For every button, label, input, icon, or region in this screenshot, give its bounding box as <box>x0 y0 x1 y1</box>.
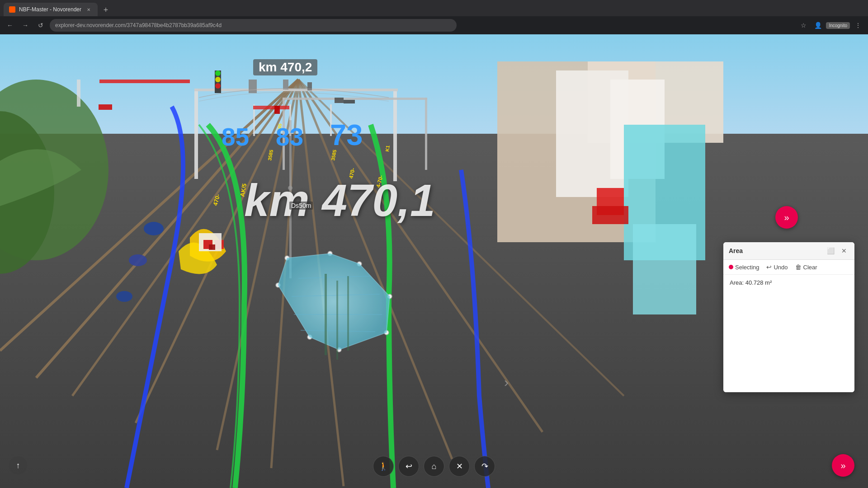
svg-rect-0 <box>0 34 868 134</box>
clear-icon: 🗑 <box>795 263 802 271</box>
svg-rect-70 <box>336 281 338 360</box>
bottom-toolbar: 🚶 ↩ ⌂ ✕ ↷ <box>373 456 495 477</box>
close-icon: ✕ <box>841 247 847 254</box>
svg-point-45 <box>215 70 221 76</box>
svg-rect-69 <box>325 274 327 355</box>
selecting-label: Selecting <box>735 264 759 271</box>
svg-rect-51 <box>253 106 289 109</box>
svg-rect-31 <box>393 91 397 181</box>
url-text: explorer-dev.novorender.com/3747a98478be… <box>55 22 222 28</box>
area-content: Area: 40.728 m² <box>723 275 854 392</box>
profile-button[interactable]: 👤 <box>811 19 824 32</box>
clear-label: Clear <box>803 264 817 271</box>
ds50m-label: Ds50m <box>289 202 313 210</box>
menu-button[interactable]: ⋮ <box>852 19 864 32</box>
area-panel-close-button[interactable]: ✕ <box>839 246 849 256</box>
svg-rect-78 <box>209 244 215 250</box>
bookmark-button[interactable]: ☆ <box>797 19 810 32</box>
svg-rect-48 <box>99 80 190 83</box>
clear-button[interactable]: 🗑 Clear <box>795 263 817 271</box>
forward-button[interactable]: → <box>19 19 32 32</box>
svg-rect-50 <box>99 104 112 110</box>
3d-viewport[interactable]: 470- AK/5 4-70- 470- K1 3585 3585 3585 <box>0 34 868 488</box>
home-icon: ⌂ <box>432 462 437 471</box>
ff-br-icon: » <box>840 460 845 471</box>
undo-icon: ↩ <box>766 263 772 271</box>
browser-tab-active[interactable]: NBF-Master - Novorender ✕ <box>4 3 98 16</box>
fast-forward-button-bottom-right[interactable]: » <box>832 454 854 477</box>
person-mode-button[interactable]: 🚶 <box>373 456 394 477</box>
svg-point-46 <box>215 77 221 82</box>
cancel-button[interactable]: ✕ <box>449 456 470 477</box>
area-panel-header: Area ⬜ ✕ <box>723 242 854 260</box>
svg-rect-40 <box>283 80 288 89</box>
redo-button[interactable]: ↷ <box>474 456 495 477</box>
maximize-icon: ⬜ <box>827 247 835 254</box>
cancel-icon: ✕ <box>456 461 463 471</box>
svg-rect-71 <box>347 276 349 351</box>
svg-rect-52 <box>274 106 280 114</box>
person-icon: 🚶 <box>378 461 388 471</box>
area-panel-maximize-button[interactable]: ⬜ <box>826 246 835 256</box>
tab-close-button[interactable]: ✕ <box>85 6 92 13</box>
svg-rect-39 <box>249 80 257 93</box>
area-panel-toolbar: Selecting ↩ Undo 🗑 Clear <box>723 260 854 275</box>
address-bar: ← → ↺ explorer-dev.novorender.com/3747a9… <box>0 16 868 34</box>
new-tab-button[interactable]: + <box>99 4 112 16</box>
browser-chrome: NBF-Master - Novorender ✕ + ← → ↺ explor… <box>0 0 868 34</box>
area-panel-title: Area <box>729 247 822 254</box>
undo-button[interactable]: ↩ Undo <box>766 263 788 271</box>
svg-point-73 <box>129 254 147 266</box>
track-number-85: 85 <box>222 122 249 151</box>
tab-title: NBF-Master - Novorender <box>19 6 81 13</box>
svg-text:K1: K1 <box>384 145 391 152</box>
svg-rect-43 <box>344 100 355 103</box>
selecting-button[interactable]: Selecting <box>729 264 759 271</box>
svg-text:›: › <box>504 375 509 389</box>
km-marker-top: km 470,2 <box>253 59 317 75</box>
svg-point-54 <box>288 186 292 190</box>
svg-rect-36 <box>283 98 427 100</box>
tab-bar: NBF-Master - Novorender ✕ + <box>0 0 868 16</box>
svg-rect-9 <box>633 224 696 314</box>
back-nav-icon: ↩ <box>406 461 412 471</box>
back-nav-button[interactable]: ↩ <box>398 456 419 477</box>
tab-favicon <box>9 6 15 13</box>
track-number-73: 73 <box>330 118 363 152</box>
back-button[interactable]: ← <box>4 19 16 32</box>
selecting-dot <box>729 265 733 269</box>
track-number-83: 83 <box>276 122 303 151</box>
incognito-badge: Incognito <box>826 22 850 29</box>
svg-rect-49 <box>77 80 80 107</box>
svg-rect-30 <box>194 89 198 179</box>
svg-point-74 <box>116 291 132 302</box>
area-measurement: Area: 40.728 m² <box>730 279 848 286</box>
ff-icon: » <box>784 212 789 223</box>
browser-actions: ☆ 👤 Incognito ⋮ <box>797 19 864 32</box>
redo-icon: ↷ <box>481 461 488 471</box>
svg-point-47 <box>215 83 221 89</box>
area-panel: Area ⬜ ✕ Selecting ↩ Undo 🗑 Clear <box>723 242 854 392</box>
home-button[interactable]: ⌂ <box>424 456 444 477</box>
refresh-button[interactable]: ↺ <box>34 19 47 32</box>
svg-point-72 <box>144 222 164 235</box>
fast-forward-button-top[interactable]: » <box>775 206 798 229</box>
svg-rect-38 <box>425 98 427 170</box>
svg-rect-42 <box>335 98 344 103</box>
svg-rect-11 <box>592 206 628 224</box>
nav-up-arrow[interactable]: ↑ <box>9 456 27 474</box>
undo-label: Undo <box>774 264 788 271</box>
url-bar[interactable]: explorer-dev.novorender.com/3747a98478be… <box>50 19 457 32</box>
